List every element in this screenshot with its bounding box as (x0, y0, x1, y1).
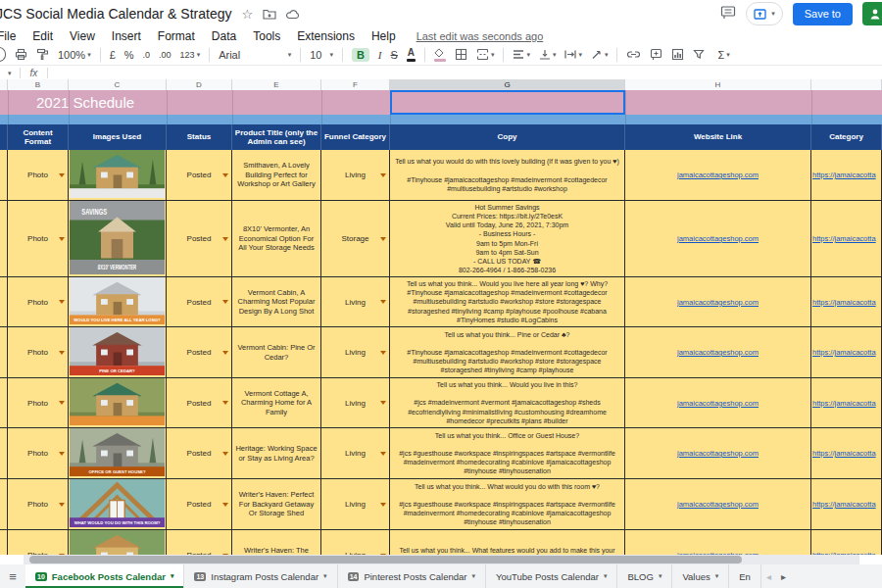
copy-cell[interactable]: Tell us what you think... Would you live… (390, 277, 625, 327)
table-header-cell[interactable]: Funnel Category (321, 124, 390, 150)
horizontal-scrollbar-thumb[interactable] (29, 556, 742, 564)
font-size-select[interactable]: 10▾ (310, 49, 333, 61)
menu-view[interactable]: View (70, 29, 95, 43)
category-cell[interactable]: https://jamaicacotta (811, 479, 882, 530)
product-title-cell[interactable]: 8X10' Vermonter, An Economical Option Fo… (232, 201, 321, 277)
tab-dropdown-icon[interactable]: ▾ (171, 572, 174, 580)
website-link-cell[interactable]: jamaicacottageshop.com (625, 201, 811, 277)
copy-cell[interactable]: Tell us what you think... Would you live… (390, 378, 625, 428)
status-dropdown-icon[interactable] (222, 452, 228, 456)
edge-cell[interactable] (0, 428, 8, 479)
column-header-E[interactable]: E (232, 79, 321, 90)
status-cell[interactable]: Posted (167, 150, 232, 201)
category-link[interactable]: https://jamaicacotta (811, 348, 876, 357)
status-dropdown-icon[interactable] (222, 351, 228, 355)
menu-help[interactable]: Help (371, 29, 396, 43)
status-dropdown-icon[interactable] (222, 237, 228, 241)
funnel-dropdown-icon[interactable] (380, 401, 386, 405)
content-format-dropdown-icon[interactable] (59, 401, 65, 405)
format-currency-button[interactable]: £ (110, 49, 116, 61)
column-header-B[interactable]: B (8, 79, 69, 90)
edge-cell[interactable] (0, 150, 8, 201)
italic-button[interactable]: I (378, 49, 382, 61)
insert-comment-icon[interactable] (650, 48, 662, 61)
status-cell[interactable]: Posted (167, 201, 232, 277)
tab-dropdown-icon[interactable]: ▾ (715, 572, 719, 580)
font-select[interactable]: Arial▾ (219, 49, 291, 61)
category-link[interactable]: https://jamaicacotta (811, 298, 876, 307)
category-cell[interactable]: https://jamaicacotta (811, 530, 882, 555)
content-format-cell[interactable]: Photo (8, 150, 69, 201)
image-cell[interactable]: SAVINGS 8X10' VERMONTER (69, 201, 167, 277)
category-link[interactable]: https://jamaicacotta (811, 449, 876, 458)
category-link[interactable]: https://jamaicacotta (811, 234, 876, 243)
edge-cell[interactable] (0, 479, 8, 530)
content-format-dropdown-icon[interactable] (59, 503, 65, 507)
tab-scroll-left-icon[interactable]: ◂ (761, 564, 776, 588)
insert-link-icon[interactable] (626, 49, 641, 60)
image-cell[interactable]: WHAT WOULD YOU DO WITH THIS ROOM? (69, 479, 167, 530)
menu-edit[interactable]: Edit (32, 29, 53, 43)
image-cell[interactable]: WOULD YOU LIVE HERE ALL YEAR LONG? (69, 277, 167, 327)
merge-cells-button[interactable]: ▾ (476, 48, 495, 61)
copy-cell[interactable]: Tell us what you think... Office or Gues… (390, 428, 625, 479)
category-cell[interactable]: https://jamaicacotta (811, 327, 882, 378)
spacer-row[interactable] (0, 115, 882, 124)
sheet-tab-facebook-posts-calendar[interactable]: 10Facebook Posts Calendar▾ (25, 564, 184, 588)
column-header-H[interactable]: H (625, 79, 811, 90)
menu-extensions[interactable]: Extensions (297, 29, 355, 43)
product-title-cell[interactable]: Vermont Cabin, A Charming Most Popular D… (232, 277, 321, 327)
funnel-dropdown-icon[interactable] (380, 237, 386, 241)
format-percent-button[interactable]: % (124, 49, 134, 61)
table-header-cell[interactable]: Content Format (8, 124, 69, 150)
functions-button[interactable]: Σ▾ (717, 49, 729, 61)
funnel-category-cell[interactable]: Storage (321, 201, 390, 277)
content-format-cell[interactable]: Photo (8, 378, 69, 428)
table-header-cell[interactable]: Product Title (only the Admin can see) (232, 124, 321, 150)
status-cell[interactable]: Posted (167, 277, 232, 327)
share-button[interactable] (862, 2, 882, 25)
tab-dropdown-icon[interactable]: ▾ (472, 572, 476, 580)
funnel-dropdown-icon[interactable] (380, 503, 386, 507)
funnel-dropdown-icon[interactable] (380, 452, 386, 456)
website-link-cell[interactable]: jamaicacottageshop.com (625, 327, 811, 378)
copy-cell[interactable]: Tell us what you think... What features … (390, 530, 625, 555)
column-header-G[interactable]: G (390, 79, 625, 90)
category-cell[interactable]: https://jamaicacotta (811, 277, 882, 327)
zoom-select[interactable]: 100%▾ (58, 49, 91, 61)
sheet-tab-values[interactable]: Values▾ (672, 564, 729, 588)
table-header-cell[interactable]: Website Link (625, 124, 811, 150)
status-dropdown-icon[interactable] (222, 503, 228, 507)
menu-file[interactable]: File (0, 29, 16, 43)
funnel-dropdown-icon[interactable] (380, 300, 386, 304)
status-cell[interactable]: Posted (167, 378, 232, 428)
table-header-cell[interactable]: Category (811, 124, 882, 150)
product-title-cell[interactable]: Vermont Cottage A, Charming Home for A F… (232, 378, 321, 428)
tab-dropdown-icon[interactable]: ▾ (323, 572, 327, 580)
content-format-dropdown-icon[interactable] (59, 300, 65, 304)
image-cell[interactable]: PINE OR CEDAR? (69, 327, 167, 378)
comment-history-icon[interactable] (720, 5, 736, 24)
funnel-category-cell[interactable]: Living (321, 530, 390, 555)
star-icon[interactable]: ☆ (241, 7, 253, 22)
borders-button[interactable] (455, 48, 467, 61)
status-cell[interactable]: Posted (167, 327, 232, 378)
product-title-cell[interactable]: Heritage: Working Space or Stay as Livin… (232, 428, 321, 479)
funnel-category-cell[interactable]: Living (321, 277, 390, 327)
product-title-cell[interactable]: Vermont Cabin: Pine Or Cedar? (232, 327, 321, 378)
table-header-cell[interactable] (0, 124, 8, 150)
website-link-cell[interactable]: jamaicacottageshop.com (625, 479, 811, 530)
image-cell[interactable] (69, 150, 167, 201)
edge-cell[interactable] (0, 378, 8, 428)
website-link[interactable]: jamaicacottageshop.com (677, 298, 759, 307)
present-button[interactable]: ▾ (746, 2, 783, 25)
column-header-D[interactable]: D (167, 79, 232, 90)
funnel-dropdown-icon[interactable] (380, 351, 386, 355)
insert-chart-icon[interactable] (671, 48, 684, 61)
edge-cell[interactable] (0, 201, 8, 277)
copy-cell[interactable]: Tell us what you think... What would you… (390, 479, 625, 530)
tab-dropdown-icon[interactable]: ▾ (604, 572, 608, 580)
table-header-cell[interactable]: Images Used (69, 124, 167, 150)
sheet-tab-pinterest-posts-calendar[interactable]: 14Pinterest Posts Calendar▾ (338, 564, 486, 588)
edge-cell[interactable] (0, 530, 8, 555)
